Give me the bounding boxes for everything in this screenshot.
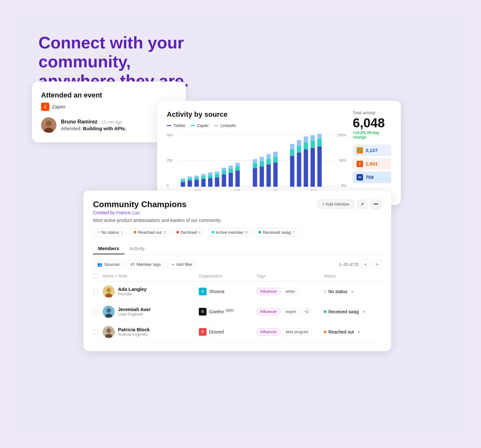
legend-dot-linkedin bbox=[214, 125, 218, 126]
pill-label-swag: Received swag bbox=[263, 230, 291, 235]
svg-rect-10 bbox=[188, 178, 192, 181]
legend-label-zapier: Zapier bbox=[197, 123, 209, 128]
pill-dot-declined bbox=[176, 231, 179, 233]
svg-rect-21 bbox=[215, 177, 219, 187]
svg-rect-8 bbox=[181, 178, 185, 180]
pill-received-swag[interactable]: Received swag 7 bbox=[254, 228, 299, 237]
status-text-2: Reached out bbox=[328, 329, 354, 334]
sources-icon: 👥 bbox=[97, 262, 102, 267]
svg-rect-16 bbox=[201, 176, 206, 179]
add-member-button[interactable]: + Add member bbox=[317, 199, 354, 209]
add-filter-label: Add filter bbox=[176, 262, 192, 267]
svg-rect-31 bbox=[235, 166, 240, 171]
header-status-col: Status bbox=[324, 274, 382, 279]
card-activity: Activity by source Twitter Zapier Linked… bbox=[157, 101, 401, 205]
svg-rect-34 bbox=[253, 163, 257, 168]
table-row: Ada Langley Founder S Shoeva Influencer … bbox=[93, 282, 382, 302]
row-checkbox-1[interactable] bbox=[93, 309, 98, 314]
member-role-1: Lead Engineer bbox=[118, 312, 151, 317]
prev-page-button[interactable]: < bbox=[361, 260, 370, 269]
more-button[interactable]: ••• bbox=[370, 199, 382, 209]
activity-info: Bruno Ramirez 15 min ago Attended: Build… bbox=[61, 119, 126, 131]
svg-rect-12 bbox=[194, 180, 199, 186]
member-tags-filter-button[interactable]: 🏷 Member tags bbox=[126, 260, 165, 269]
member-name-1: Jeremiah Aver bbox=[118, 307, 151, 312]
svg-rect-9 bbox=[188, 180, 192, 186]
tab-activity[interactable]: Activity bbox=[124, 243, 150, 254]
svg-rect-11 bbox=[188, 176, 192, 178]
select-all-checkbox[interactable] bbox=[93, 274, 98, 279]
tab-members[interactable]: Members bbox=[93, 243, 124, 254]
svg-rect-54 bbox=[310, 148, 315, 187]
svg-rect-25 bbox=[222, 170, 226, 174]
main-container: Connect with your community, anywhere th… bbox=[16, 14, 465, 434]
pill-count-active: 8 bbox=[245, 230, 248, 235]
svg-rect-48 bbox=[297, 152, 301, 186]
header-org-col: Organization bbox=[199, 274, 257, 279]
status-chevron-1[interactable]: ▾ bbox=[363, 309, 365, 314]
pill-declined[interactable]: Declined 4 bbox=[172, 228, 205, 237]
svg-rect-41 bbox=[266, 154, 271, 159]
org-cell-2: D Doored bbox=[199, 328, 257, 336]
svg-rect-52 bbox=[304, 142, 308, 149]
svg-rect-19 bbox=[208, 175, 213, 178]
svg-rect-6 bbox=[181, 182, 185, 187]
status-cell-0: No status ▾ bbox=[324, 289, 382, 294]
svg-rect-57 bbox=[317, 146, 322, 187]
sources-filter-button[interactable]: 👥 Sources bbox=[93, 260, 124, 269]
member-name-0: Ada Langley bbox=[118, 286, 147, 292]
activity-stats: Total activity 6,048 +10.2% 28-day chang… bbox=[346, 110, 391, 197]
pill-no-status[interactable]: No status 1 bbox=[93, 228, 127, 237]
tag-beta-2: beta program bbox=[282, 328, 312, 335]
tag-writer-0: writer bbox=[282, 288, 299, 295]
event-title: Attended an event bbox=[41, 91, 177, 99]
table-row: Patricia Block Android Engineer D Doored… bbox=[93, 322, 382, 342]
svg-rect-43 bbox=[273, 156, 278, 162]
legend-linkedin: LinkedIn bbox=[214, 123, 236, 128]
person-name: Bruno Ramirez bbox=[61, 119, 97, 124]
pill-dot-reached bbox=[134, 231, 136, 233]
legend-dot-zapier bbox=[190, 125, 195, 126]
stat-linkedin: in 758 bbox=[353, 172, 391, 183]
status-chevron-2[interactable]: ▾ bbox=[358, 329, 360, 334]
avatar-ada bbox=[103, 285, 115, 298]
svg-rect-49 bbox=[297, 146, 301, 152]
pill-reached-out[interactable]: Reached out 2 bbox=[130, 228, 170, 237]
org-name-2: Doored bbox=[209, 329, 224, 334]
legend-label-twitter: Twitter bbox=[173, 123, 185, 128]
svg-rect-40 bbox=[266, 159, 271, 164]
table-header: Name + Role Organization Tags Status bbox=[93, 274, 382, 282]
status-pills: No status 1 Reached out 2 Declined 4 Act… bbox=[93, 228, 382, 237]
status-chevron-0[interactable]: ▾ bbox=[351, 289, 353, 294]
pill-active-member[interactable]: Active member 8 bbox=[207, 228, 252, 237]
org-icon-shoeva: S bbox=[199, 288, 207, 295]
status-dot-1 bbox=[324, 310, 326, 313]
table-row: Jeremiah Aver Lead Engineer G Goethe NEW… bbox=[93, 302, 382, 322]
next-page-button[interactable]: > bbox=[373, 260, 382, 269]
member-tags-label: Member tags bbox=[137, 262, 161, 267]
row-checkbox-2[interactable] bbox=[93, 329, 98, 334]
activity-time: 15 min ago bbox=[101, 120, 122, 124]
legend-twitter: Twitter bbox=[167, 123, 185, 128]
pill-label-active: Active member bbox=[216, 230, 244, 235]
svg-rect-42 bbox=[273, 162, 278, 187]
add-filter-button[interactable]: + Add filter bbox=[168, 260, 197, 269]
avatar bbox=[41, 117, 56, 133]
row-checkbox-0[interactable] bbox=[93, 289, 98, 294]
y-axis-labels: 500 250 0 bbox=[167, 133, 173, 188]
svg-rect-15 bbox=[201, 179, 206, 187]
svg-point-67 bbox=[106, 328, 111, 333]
share-button[interactable]: ↗ bbox=[357, 199, 367, 209]
zapier-logo-icon: Z bbox=[41, 103, 49, 111]
svg-rect-56 bbox=[310, 135, 315, 140]
svg-rect-55 bbox=[310, 141, 315, 148]
activity-desc: Attended: Building with APIs. bbox=[61, 126, 126, 131]
pill-count-swag: 7 bbox=[292, 230, 295, 235]
total-activity-change: +10.2% 28-day change bbox=[353, 131, 391, 139]
svg-rect-17 bbox=[201, 174, 206, 176]
member-cell-0: Ada Langley Founder bbox=[103, 285, 199, 298]
svg-rect-22 bbox=[215, 174, 219, 177]
tabs-row: Members Activity bbox=[93, 243, 382, 255]
status-text-1: Received swag bbox=[328, 309, 359, 314]
change-percent: +10.2% bbox=[353, 131, 366, 135]
